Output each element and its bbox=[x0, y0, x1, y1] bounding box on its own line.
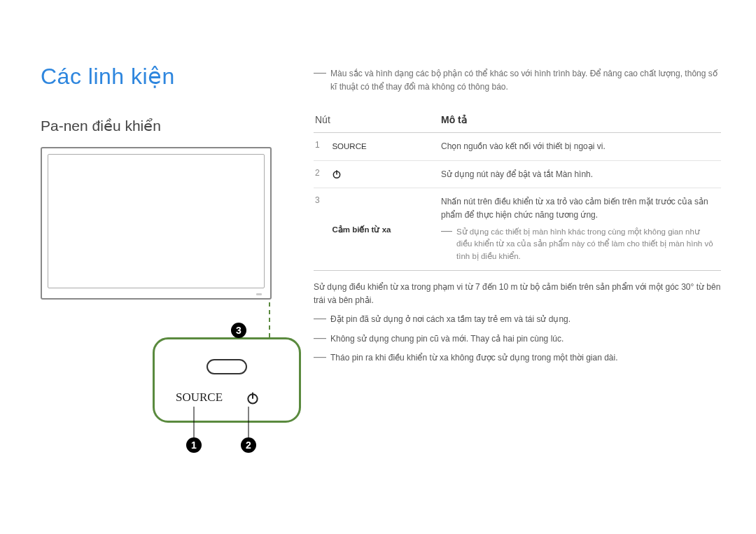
battery-note-3: ―Tháo pin ra khi điều khiển từ xa không … bbox=[314, 351, 721, 365]
row-label-source: SOURCE bbox=[330, 133, 440, 161]
monitor-indicator bbox=[256, 293, 262, 295]
row-label-power bbox=[330, 160, 440, 188]
battery-note-1: ―Đặt pin đã sử dụng ở nơi cách xa tầm ta… bbox=[314, 313, 721, 326]
battery-note-1-text: Đặt pin đã sử dụng ở nơi cách xa tầm tay… bbox=[330, 313, 570, 326]
row-desc: Chọn nguồn vào kết nối với thiết bị ngoạ… bbox=[440, 133, 721, 161]
intro-note-text: Màu sắc và hình dạng các bộ phận có thể … bbox=[330, 67, 721, 93]
source-button-label: SOURCE bbox=[176, 391, 223, 405]
control-panel-outline: SOURCE bbox=[153, 337, 301, 423]
table-header-description: Mô tả bbox=[440, 110, 721, 133]
page-title: Các linh kiện bbox=[41, 63, 286, 90]
dash-icon: ― bbox=[314, 350, 326, 365]
dash-icon: ― bbox=[314, 311, 326, 326]
power-icon bbox=[246, 391, 260, 405]
callout-3: 3 bbox=[231, 323, 246, 338]
row-desc-note: ― Sử dụng các thiết bị màn hình khác tro… bbox=[441, 226, 715, 263]
row-number: 2 bbox=[314, 160, 330, 188]
monitor-outline bbox=[41, 147, 272, 300]
monitor-screen bbox=[48, 154, 265, 288]
subtitle-control-panel: Pa-nen điều khiển bbox=[41, 118, 286, 134]
row-number: 1 bbox=[314, 133, 330, 161]
battery-note-3-text: Tháo pin ra khi điều khiển từ xa không đ… bbox=[330, 351, 618, 365]
row-number: 3 bbox=[314, 188, 330, 271]
dash-icon: ― bbox=[441, 225, 452, 263]
dash-icon: ― bbox=[314, 331, 326, 346]
row-desc: Nhấn nút trên điều khiển từ xa trỏ vào c… bbox=[440, 188, 721, 271]
ir-sensor-icon bbox=[206, 359, 247, 374]
row-label-remote-sensor: Cảm biến từ xa bbox=[330, 188, 440, 271]
row-desc-main: Nhấn nút trên điều khiển từ xa trỏ vào c… bbox=[441, 195, 715, 221]
row-desc-note-text: Sử dụng các thiết bị màn hình khác trong… bbox=[456, 226, 715, 263]
table-row: 2 Sử dụng nút này để bật và tắt Màn hình… bbox=[314, 160, 721, 188]
battery-note-2: ―Không sử dụng chung pin cũ và mới. Thay… bbox=[314, 332, 721, 346]
remote-range-note: Sử dụng điều khiển từ xa trong phạm vi t… bbox=[314, 281, 721, 307]
below-table-notes: Sử dụng điều khiển từ xa trong phạm vi t… bbox=[314, 281, 721, 365]
control-panel-diagram: SOURCE 3 1 2 bbox=[41, 147, 286, 455]
row-desc: Sử dụng nút này để bật và tắt Màn hình. bbox=[440, 160, 721, 188]
callout-1: 1 bbox=[186, 437, 202, 453]
table-header-button: Nút bbox=[314, 110, 440, 133]
dashed-connector bbox=[269, 302, 270, 337]
battery-note-2-text: Không sử dụng chung pin cũ và mới. Thay … bbox=[330, 332, 564, 346]
callout-2: 2 bbox=[241, 437, 256, 453]
buttons-table: Nút Mô tả 1 SOURCE Chọn nguồn vào kết nố… bbox=[314, 110, 721, 271]
intro-note: ― Màu sắc và hình dạng các bộ phận có th… bbox=[314, 67, 721, 93]
table-row: 3 Cảm biến từ xa Nhấn nút trên điều khiể… bbox=[314, 188, 721, 271]
power-icon bbox=[332, 169, 342, 179]
dash-icon: ― bbox=[314, 66, 326, 93]
table-row: 1 SOURCE Chọn nguồn vào kết nối với thiế… bbox=[314, 133, 721, 161]
